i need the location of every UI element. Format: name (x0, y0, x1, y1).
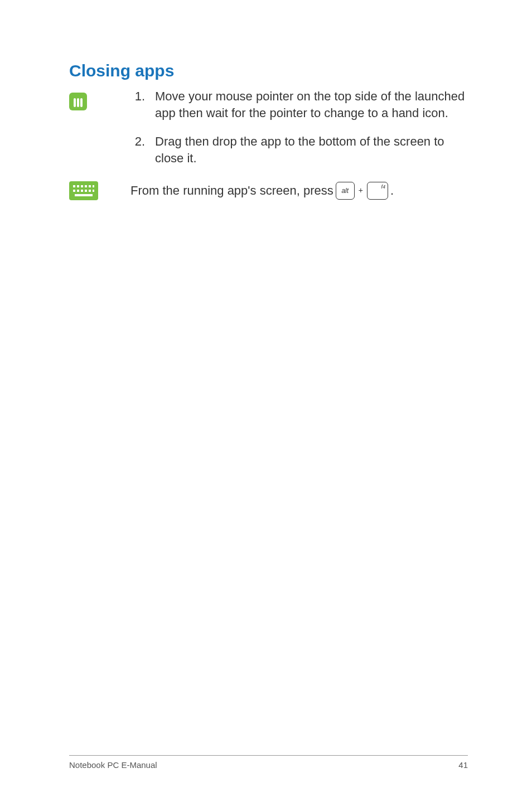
step-text: Move your mouse pointer on the top side … (155, 88, 468, 121)
alt-key-icon: alt (336, 182, 355, 200)
keyboard-instruction-row: From the running app's screen, press alt… (69, 181, 468, 200)
section-heading: Closing apps (69, 61, 468, 80)
page-footer: Notebook PC E-Manual 41 (69, 755, 468, 770)
keyboard-suffix: . (390, 182, 394, 199)
step-number: 1. (130, 88, 145, 121)
step-item: 1. Move your mouse pointer on the top si… (130, 88, 468, 121)
f4-key-icon: f4 (367, 182, 388, 200)
keyboard-instruction-text: From the running app's screen, press alt… (130, 182, 394, 200)
footer-title: Notebook PC E-Manual (69, 760, 157, 770)
step-item: 2. Drag then drop the app to the bottom … (130, 133, 468, 166)
mouse-icon (69, 93, 87, 110)
keyboard-icon (69, 181, 98, 200)
mouse-instruction-row: 1. Move your mouse pointer on the top si… (69, 88, 468, 179)
step-text: Drag then drop the app to the bottom of … (155, 133, 468, 166)
mouse-steps-list: 1. Move your mouse pointer on the top si… (130, 88, 468, 179)
step-number: 2. (130, 133, 145, 166)
keyboard-prefix: From the running app's screen, press (130, 182, 333, 199)
page-number: 41 (458, 760, 468, 770)
plus-symbol: + (359, 185, 363, 196)
